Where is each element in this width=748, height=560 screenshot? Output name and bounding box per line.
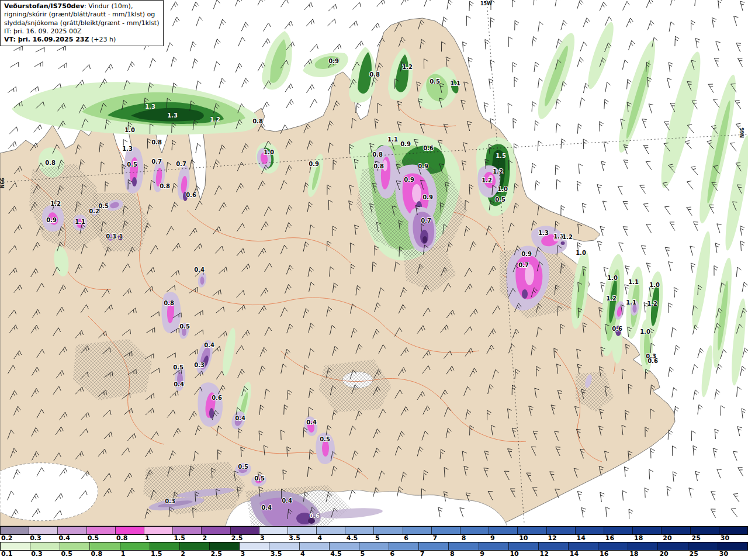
colorbar-tick-label: 14 xyxy=(569,551,579,558)
precip-value-label: 0.9 xyxy=(309,161,319,167)
precip-value-label: 0.7 xyxy=(518,262,529,268)
precip-value-label: 1.5 xyxy=(496,153,506,159)
legend-line-rain: rigning/skúrir (grænt/blátt/rautt - mm/1… xyxy=(4,11,160,19)
precip-value-label: 0.4 xyxy=(174,381,184,388)
precip-value-label: 1.1 xyxy=(628,279,639,285)
colorbar-tick-label: 25 xyxy=(691,535,701,542)
precip-value-label: 1.2 xyxy=(402,64,413,70)
precip-value-label: 1.3 xyxy=(167,112,178,119)
colorbar-tick-label: 4.5 xyxy=(345,535,358,542)
colorbar-segment xyxy=(60,542,90,550)
colorbar-tick-label: 18 xyxy=(633,535,643,542)
precip-value-label: 1.0 xyxy=(649,282,660,288)
colorbar-segment xyxy=(300,542,330,550)
colorbar-segment xyxy=(30,542,60,550)
colorbar-segment xyxy=(479,542,509,550)
colorbar-segment xyxy=(87,527,116,534)
colorbar-segment xyxy=(389,542,419,550)
precip-value-label: 0.6 xyxy=(647,358,658,364)
precip-value-label: 0.8 xyxy=(151,139,162,146)
precip-value-label: 0.7 xyxy=(176,161,186,167)
colorbar-tick-label: 8 xyxy=(460,535,466,542)
colorbar-tick-label: 3.5 xyxy=(288,535,300,542)
precip-value-label: 0.5 xyxy=(173,364,183,371)
colorbar-strip xyxy=(0,542,748,551)
colorbar-segment xyxy=(449,542,479,550)
precip-value-label: 1.2 xyxy=(647,300,657,307)
forecast-info-box: Veðurstofan/IS750dev: Vindur (10m), rign… xyxy=(0,0,164,46)
colorbar-segment xyxy=(317,527,345,534)
colorbar-segment xyxy=(688,542,718,550)
colorbar-tick-label: 25 xyxy=(688,551,698,558)
precip-value-label: 0.5 xyxy=(98,203,109,209)
colorbar-tick-label: 1 xyxy=(120,551,126,558)
colorbar-segment xyxy=(359,542,389,550)
colorbar-segment xyxy=(633,527,662,534)
colorbar-segment xyxy=(231,527,259,534)
colorbar-tick-label: 5 xyxy=(359,551,365,558)
precip-value-label: 0.4 xyxy=(194,267,205,273)
colorbar-tick-label: 16 xyxy=(598,551,608,558)
precip-value-label: 1.2 xyxy=(50,201,61,207)
precip-value-label: 0.6 xyxy=(186,192,196,198)
colorbar-tick-label: 12 xyxy=(539,551,549,558)
colorbar-tick-label: 0.5 xyxy=(60,551,72,558)
precip-value-label: 0.9 xyxy=(404,177,414,183)
precip-value-label: 0.5 xyxy=(254,475,265,482)
colorbar-tick-label: 2.5 xyxy=(230,535,243,542)
colorbar-tick-label: 9 xyxy=(489,535,495,542)
colorbar-tick-label: 3.5 xyxy=(269,551,282,558)
colorbar-tick-label: 2 xyxy=(202,535,207,542)
precip-value-label: 0.9 xyxy=(328,58,339,64)
init-time: IT: þri. 16. 09. 2025 00Z xyxy=(4,27,160,36)
precip-value-label: 1.1 xyxy=(75,219,85,225)
weather-map: 0.90.81.20.51.11.31.31.20.81.01.30.81.10… xyxy=(0,0,748,526)
colorbar-tick-label: 3 xyxy=(240,551,245,558)
precip-value-label: 0.5 xyxy=(430,78,440,85)
precip-value-label: 1 xyxy=(119,233,123,240)
colorbar-tick-label: 9 xyxy=(479,551,484,558)
precip-value-label: 1.1 xyxy=(387,136,398,143)
precip-value-label: 0.6 xyxy=(212,395,222,401)
colorbar-legend: 0.20.30.40.50.811.522.533.544.5567891012… xyxy=(0,526,748,560)
colorbar-rain: 0.10.30.50.811.522.533.544.5567891012141… xyxy=(0,542,748,558)
colorbar-tick-label: 1.5 xyxy=(172,535,185,542)
colorbar-segment xyxy=(259,527,288,534)
colorbar-segment xyxy=(1,527,29,534)
colorbar-segment xyxy=(210,542,240,550)
colorbar-segment xyxy=(719,527,747,534)
precip-value-label: 0.3 xyxy=(106,233,116,240)
precip-value-label: 0.9 xyxy=(423,194,433,201)
precip-value-label: 0.4 xyxy=(204,342,214,348)
precip-value-label: 0.8 xyxy=(45,160,56,166)
precip-value-label: 0.4 xyxy=(282,497,292,504)
colorbar-tick-label: 6 xyxy=(389,551,395,558)
colorbar-segment xyxy=(403,527,432,534)
colorbar-tick-label: 20 xyxy=(658,551,668,558)
colorbar-segment xyxy=(509,542,539,550)
colorbar-tick-label: 2 xyxy=(179,551,185,558)
colorbar-tick-label: 0.2 xyxy=(0,535,13,542)
precip-value-label: 0.3 xyxy=(194,362,205,368)
colorbar-tick-label: 0.5 xyxy=(86,535,99,542)
precip-value-label: 0.6 xyxy=(612,326,622,332)
legend-line-sleet: slydda/snjókoma (grátt/bleikt/grænt - mm… xyxy=(4,19,160,27)
valid-time-rest: (+23 h) xyxy=(89,36,116,43)
precip-value-label: 1.2 xyxy=(482,177,492,184)
precip-value-label: 0.4 xyxy=(306,419,317,426)
colorbar-segment xyxy=(29,527,58,534)
colorbar-segment xyxy=(345,527,374,534)
precip-value-label: 1.0 xyxy=(264,149,274,155)
weather-forecast-map-page: 0.90.81.20.51.11.31.31.20.81.01.30.81.10… xyxy=(0,0,748,560)
precip-value-label: 0.9 xyxy=(400,141,411,147)
colorbar-tick-label: 30 xyxy=(719,535,729,542)
colorbar-segment xyxy=(330,542,359,550)
colorbar-tick-label: 4.5 xyxy=(329,551,342,558)
colorbar-tick-label: 3 xyxy=(259,535,265,542)
colorbar-segment xyxy=(662,527,690,534)
precip-value-label: 0.8 xyxy=(164,300,174,306)
precip-value-label: 1.2 xyxy=(493,168,503,175)
colorbar-tick-label: 12 xyxy=(546,535,556,542)
colorbar-tick-label: 0.3 xyxy=(30,551,43,558)
colorbar-tick-label: 0.4 xyxy=(57,535,70,542)
